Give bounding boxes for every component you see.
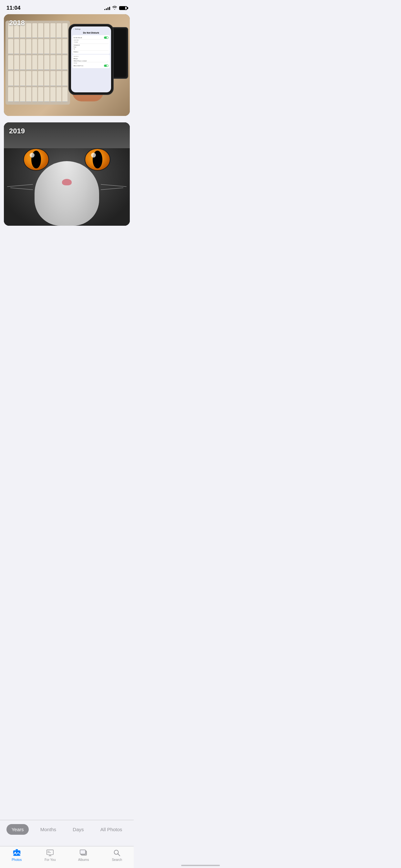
photo-card-2018[interactable]: ‹ Settings Do Not Disturb Do Not Disturb… [4, 14, 130, 116]
photo-card-2019[interactable]: 2019 [4, 122, 130, 226]
status-bar: 11:04 [0, 0, 134, 14]
cat-nose [62, 179, 72, 185]
photo-2019-image [4, 122, 130, 226]
cat-muzzle [35, 161, 99, 226]
signal-icon [104, 6, 110, 10]
photo-year-2018: 2018 [9, 19, 25, 27]
status-icons [104, 6, 127, 11]
cat-eye-left [23, 148, 49, 171]
main-content: ‹ Settings Do Not Disturb Do Not Disturb… [0, 14, 134, 284]
cat-eye-right [85, 148, 111, 171]
status-time: 11:04 [6, 5, 20, 11]
photo-2018-image: ‹ Settings Do Not Disturb Do Not Disturb… [4, 14, 130, 116]
keyboard [5, 21, 70, 104]
photo-year-2019: 2019 [9, 127, 25, 135]
battery-icon [119, 6, 127, 10]
phone-in-hand: ‹ Settings Do Not Disturb Do Not Disturb… [65, 24, 117, 101]
wifi-icon [112, 6, 117, 11]
